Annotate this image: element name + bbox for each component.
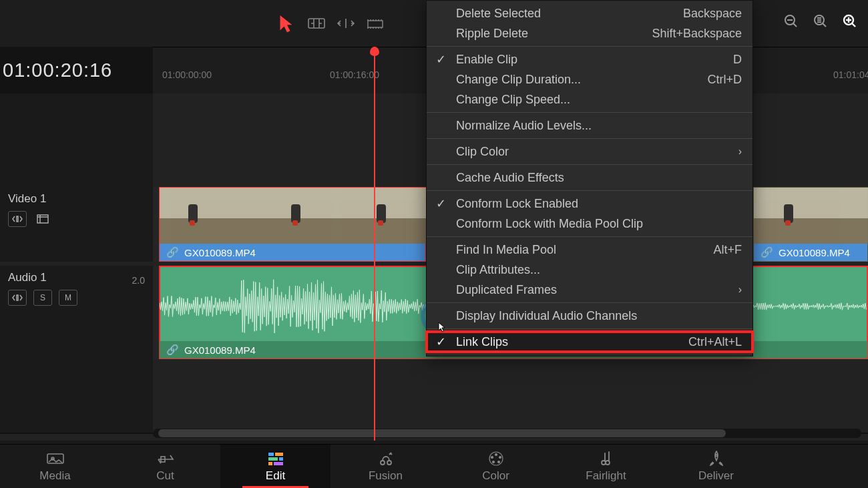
svg-rect-9: [268, 453, 274, 456]
svg-point-22: [491, 456, 493, 458]
menu-item-clip-attributes[interactable]: Clip Attributes...: [427, 260, 752, 280]
link-icon: 🔗: [761, 246, 773, 258]
menu-item-label: Clip Color: [456, 145, 509, 159]
menu-item-clip-color[interactable]: Clip Color›: [427, 142, 752, 162]
zoom-fit-icon[interactable]: [813, 13, 829, 29]
video-track-enable-toggle[interactable]: [33, 211, 52, 227]
menu-item-label: Enable Clip: [456, 53, 517, 67]
chevron-right-icon: ›: [738, 284, 742, 296]
page-tab-deliver[interactable]: Deliver: [661, 445, 771, 488]
link-icon: 🔗: [166, 344, 179, 356]
menu-item-shortcut: Shift+Backspace: [636, 27, 742, 41]
page-tab-cut[interactable]: Cut: [110, 445, 220, 488]
menu-item-change-clip-duration[interactable]: Change Clip Duration...Ctrl+D: [427, 69, 752, 89]
menu-item-shortcut: Ctrl+Alt+L: [672, 335, 742, 349]
page-tab-fusion[interactable]: Fusion: [331, 445, 441, 488]
solo-toggle[interactable]: S: [33, 290, 52, 306]
svg-point-20: [497, 461, 499, 463]
clip-context-menu: Delete SelectedBackspaceRipple DeleteShi…: [426, 0, 753, 356]
mute-toggle[interactable]: M: [59, 290, 77, 306]
page-tab-label: Fairlight: [586, 469, 626, 483]
audio-auto-select-toggle[interactable]: [8, 290, 27, 306]
menu-item-change-clip-speed[interactable]: Change Clip Speed...: [427, 89, 752, 109]
page-tab-label: Color: [482, 469, 509, 483]
page-tab-color[interactable]: Color: [441, 445, 551, 488]
check-icon: ✓: [436, 52, 446, 67]
timecode-display[interactable]: 01:00:20:16: [0, 47, 153, 93]
menu-item-link-clips[interactable]: ✓Link ClipsCtrl+Alt+L: [427, 332, 752, 352]
zoom-out-icon[interactable]: [783, 13, 799, 29]
auto-select-toggle[interactable]: [8, 211, 27, 227]
menu-item-conform-lock-enabled[interactable]: ✓Conform Lock Enabled: [427, 194, 752, 214]
audio-track-1-name: Audio 1: [8, 271, 47, 284]
menu-item-label: Change Clip Speed...: [456, 93, 570, 107]
menu-item-display-individual-audio-channels[interactable]: Display Individual Audio Channels: [427, 306, 752, 326]
timecode-value: 01:00:20:16: [3, 59, 112, 81]
svg-point-25: [715, 454, 717, 456]
menu-item-shortcut: Backspace: [667, 7, 742, 21]
menu-item-label: Ripple Delete: [456, 27, 528, 41]
link-icon: 🔗: [166, 246, 179, 258]
menu-item-label: Change Clip Duration...: [456, 73, 581, 87]
menu-item-normalize-audio-levels[interactable]: Normalize Audio Levels...: [427, 115, 752, 136]
selection-tool-icon[interactable]: [277, 13, 297, 33]
video-clip[interactable]: 🔗GX010089.MP4: [159, 187, 426, 262]
audio-channels: 2.0: [132, 275, 145, 286]
svg-point-21: [492, 461, 494, 463]
menu-item-ripple-delete[interactable]: Ripple DeleteShift+Backspace: [427, 23, 752, 43]
menu-item-find-in-media-pool[interactable]: Find In Media PoolAlt+F: [427, 240, 752, 260]
page-tab-fairlight[interactable]: Fairlight: [551, 445, 661, 488]
check-icon: ✓: [436, 196, 446, 211]
edit-icon: [267, 451, 284, 467]
svg-rect-12: [279, 457, 283, 461]
svg-rect-5: [37, 215, 48, 223]
menu-item-enable-clip[interactable]: ✓Enable ClipD: [427, 49, 752, 69]
video-track-1-header[interactable]: Video 1: [0, 187, 153, 262]
cut-icon: [156, 451, 176, 467]
audio-track-1-header[interactable]: Audio 1 2.0 S M: [0, 266, 153, 359]
page-tab-media[interactable]: Media: [0, 445, 110, 488]
page-tab-label: Fusion: [369, 469, 403, 483]
video-clip-label: 🔗GX010089.MP4: [754, 244, 867, 261]
menu-item-label: Cache Audio Effects: [456, 171, 564, 185]
svg-point-16: [387, 461, 391, 465]
menu-item-label: Clip Attributes...: [456, 263, 540, 277]
menu-item-label: Conform Lock with Media Pool Clip: [456, 217, 643, 231]
deliver-icon: [708, 451, 724, 467]
zoom-in-icon[interactable]: [842, 13, 858, 29]
timeline-h-scrollbar-thumb[interactable]: [158, 429, 726, 437]
video-track-1-name: Video 1: [8, 192, 145, 206]
menu-item-shortcut: Alt+F: [697, 243, 742, 257]
page-tab-label: Deliver: [698, 469, 734, 483]
cursor-icon: [438, 322, 449, 335]
media-icon: [46, 451, 65, 467]
svg-point-19: [499, 456, 501, 458]
check-icon: ✓: [436, 334, 446, 349]
dynamic-trim-tool-icon[interactable]: [336, 13, 356, 33]
svg-point-23: [602, 461, 606, 465]
page-tab-edit[interactable]: Edit: [220, 445, 331, 488]
svg-rect-10: [275, 453, 283, 456]
trim-tool-icon[interactable]: [306, 13, 327, 33]
menu-item-label: Find In Media Pool: [456, 243, 556, 257]
video-clip[interactable]: 🔗GX010089.MP4: [753, 187, 868, 262]
timeline-h-scrollbar[interactable]: [153, 429, 861, 438]
ruler-tick: 01:00:16:00: [330, 69, 379, 80]
page-nav: MediaCutEditFusionColorFairlightDeliver: [0, 444, 868, 488]
chevron-right-icon: ›: [738, 146, 742, 158]
video-clip-label: 🔗GX010089.MP4: [160, 244, 425, 261]
menu-item-label: Delete Selected: [456, 7, 541, 21]
menu-item-cache-audio-effects[interactable]: Cache Audio Effects: [427, 168, 752, 188]
page-tab-label: Cut: [156, 469, 174, 483]
ruler-tick: 01:00:00:00: [162, 69, 212, 80]
svg-point-15: [381, 461, 385, 465]
blade-tool-icon[interactable]: [365, 13, 385, 33]
svg-rect-11: [268, 457, 278, 461]
menu-item-delete-selected[interactable]: Delete SelectedBackspace: [427, 3, 752, 23]
menu-item-conform-lock-with-media-pool-clip[interactable]: Conform Lock with Media Pool Clip: [427, 214, 752, 234]
menu-item-shortcut: Ctrl+D: [691, 73, 742, 87]
menu-item-duplicated-frames[interactable]: Duplicated Frames›: [427, 280, 752, 300]
svg-rect-1: [368, 21, 383, 27]
svg-point-24: [606, 461, 610, 465]
page-tab-label: Edit: [266, 469, 285, 483]
